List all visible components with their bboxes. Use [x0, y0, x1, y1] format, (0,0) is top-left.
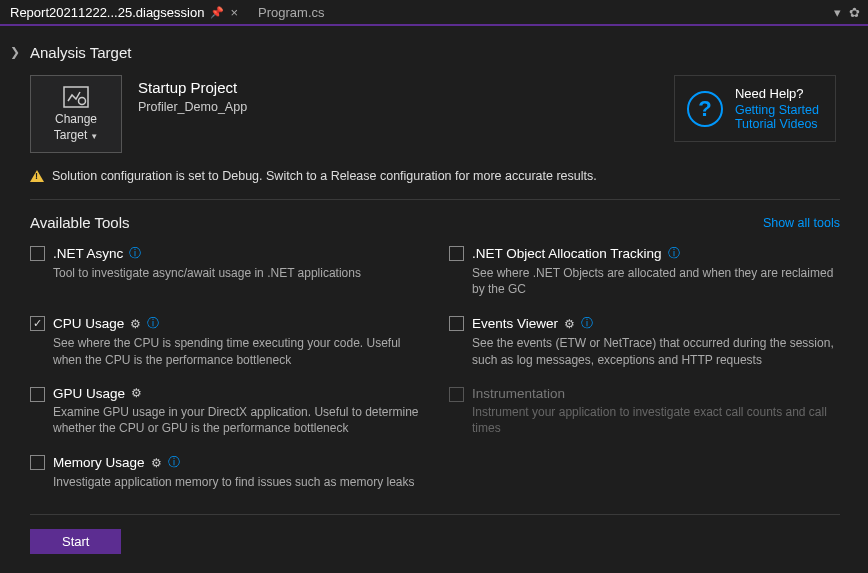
gear-icon[interactable]: ⚙ — [131, 386, 142, 400]
tab-label: Report20211222...25.diagsession — [10, 5, 204, 20]
tool-description: Instrument your application to investiga… — [472, 404, 840, 436]
target-info: Startup Project Profiler_Demo_App — [138, 75, 658, 114]
help-panel: ? Need Help? Getting Started Tutorial Vi… — [674, 75, 836, 142]
change-target-label2: Target▼ — [54, 128, 98, 142]
tool-description: See the events (ETW or NetTrace) that oc… — [472, 335, 840, 367]
pin-icon[interactable]: 📌 — [210, 6, 224, 19]
target-icon — [63, 86, 89, 108]
gear-icon[interactable]: ⚙ — [564, 317, 575, 331]
tab-bar: Report20211222...25.diagsession 📌 × Prog… — [0, 0, 868, 26]
close-icon[interactable]: × — [230, 5, 238, 20]
info-icon[interactable]: ⓘ — [168, 454, 180, 471]
tool-item: CPU Usage⚙ⓘSee where the CPU is spending… — [30, 315, 421, 367]
tool-description: Tool to investigate async/await usage in… — [53, 265, 421, 281]
tool-description: Examine GPU usage in your DirectX applic… — [53, 404, 421, 436]
help-icon: ? — [687, 91, 723, 127]
info-icon[interactable]: ⓘ — [581, 315, 593, 332]
info-icon[interactable]: ⓘ — [668, 245, 680, 262]
tool-item: InstrumentationInstrument your applicati… — [449, 386, 840, 436]
tool-checkbox[interactable] — [30, 455, 45, 470]
tool-description: See where the CPU is spending time execu… — [53, 335, 421, 367]
tool-description: Investigate application memory to find i… — [53, 474, 421, 490]
tab-diagsession[interactable]: Report20211222...25.diagsession 📌 × — [0, 0, 248, 24]
warning-text: Solution configuration is set to Debug. … — [52, 169, 597, 183]
tool-item: .NET Object Allocation TrackingⓘSee wher… — [449, 245, 840, 297]
analysis-target-title: Analysis Target — [30, 44, 840, 61]
help-title: Need Help? — [735, 86, 819, 101]
tool-title: Instrumentation — [472, 386, 565, 401]
tab-program-cs[interactable]: Program.cs — [248, 0, 334, 24]
gear-icon[interactable]: ⚙ — [151, 456, 162, 470]
expand-column: ❯ — [0, 26, 30, 571]
tool-checkbox[interactable] — [30, 387, 45, 402]
tutorial-videos-link[interactable]: Tutorial Videos — [735, 117, 819, 131]
show-all-tools-link[interactable]: Show all tools — [763, 216, 840, 230]
tool-title: Events Viewer — [472, 316, 558, 331]
warning-row: Solution configuration is set to Debug. … — [30, 169, 840, 183]
tool-item: .NET AsyncⓘTool to investigate async/awa… — [30, 245, 421, 297]
chevron-right-icon[interactable]: ❯ — [10, 45, 20, 59]
info-icon[interactable]: ⓘ — [129, 245, 141, 262]
divider — [30, 199, 840, 200]
change-target-button[interactable]: Change Target▼ — [30, 75, 122, 153]
startup-project-label: Startup Project — [138, 79, 658, 96]
tool-title: Memory Usage — [53, 455, 145, 470]
chevron-down-icon: ▼ — [90, 132, 98, 141]
start-button[interactable]: Start — [30, 529, 121, 554]
tool-item: Memory Usage⚙ⓘInvestigate application me… — [30, 454, 421, 490]
getting-started-link[interactable]: Getting Started — [735, 103, 819, 117]
change-target-label1: Change — [55, 112, 97, 126]
tool-title: .NET Object Allocation Tracking — [472, 246, 662, 261]
tool-item: Events Viewer⚙ⓘSee the events (ETW or Ne… — [449, 315, 840, 367]
tool-title: .NET Async — [53, 246, 123, 261]
tool-checkbox[interactable] — [449, 246, 464, 261]
tool-description: See where .NET Objects are allocated and… — [472, 265, 840, 297]
tool-item: GPU Usage⚙Examine GPU usage in your Dire… — [30, 386, 421, 436]
tab-overflow-icon[interactable]: ▾ — [834, 5, 841, 20]
available-tools-title: Available Tools — [30, 214, 130, 231]
info-icon[interactable]: ⓘ — [147, 315, 159, 332]
svg-point-1 — [79, 98, 86, 105]
tool-title: CPU Usage — [53, 316, 124, 331]
tool-checkbox[interactable] — [449, 316, 464, 331]
warning-icon — [30, 170, 44, 182]
settings-icon[interactable]: ✿ — [849, 5, 860, 20]
tool-checkbox — [449, 387, 464, 402]
tab-label: Program.cs — [258, 5, 324, 20]
tool-title: GPU Usage — [53, 386, 125, 401]
tool-checkbox[interactable] — [30, 246, 45, 261]
tool-checkbox[interactable] — [30, 316, 45, 331]
project-name: Profiler_Demo_App — [138, 100, 658, 114]
gear-icon[interactable]: ⚙ — [130, 317, 141, 331]
